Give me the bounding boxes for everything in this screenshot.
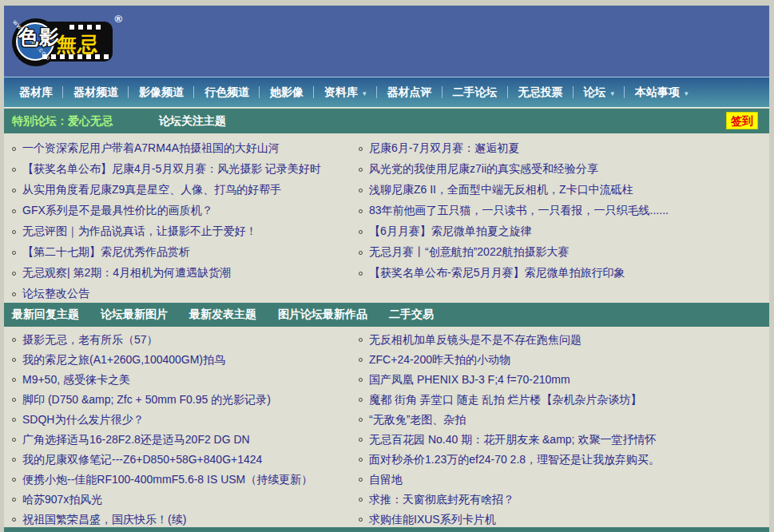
bullet-icon — [12, 251, 16, 255]
chevron-down-icon: ▾ — [685, 89, 689, 97]
latest-topics-left-column: 摄影无忌，老有所乐（57） 我的索尼之旅(A1+260G,100400GM)拍鸟… — [10, 330, 357, 527]
bullet-icon — [359, 272, 363, 276]
topic-row: 从实用角度看尼康Z9真是星空、人像、打鸟的好帮手 — [10, 180, 357, 200]
topic-link[interactable]: 摄影无忌，老有所乐（57） — [22, 333, 158, 347]
nav-item-label: 本站事项 — [635, 85, 680, 100]
topic-row: 求购佳能IXUS系列卡片机 — [357, 510, 769, 530]
topic-link[interactable]: 无忌评图｜为作品说真话，让摄影不止于爱好！ — [22, 224, 257, 239]
topic-link[interactable]: 面对秒杀价1.23万的ef24-70 2.8，理智还是让我放弃购买。 — [369, 453, 660, 467]
nav-item-travel-channel[interactable]: 行色频道 — [194, 77, 260, 107]
nav-item-label: 器材库 — [19, 85, 53, 100]
nav-item-secondhand-forum[interactable]: 二手论坛 — [443, 77, 508, 107]
bullet-icon — [12, 418, 16, 422]
topic-link[interactable]: 风光党的我使用尼康z7ii的真实感受和经验分享 — [369, 162, 598, 177]
topic-row: 【获奖名单公布-索尼5月月赛】索尼微单拍旅行印象 — [357, 263, 769, 284]
topic-link[interactable]: 哈苏907x拍风光 — [22, 493, 102, 507]
topic-link[interactable]: 从实用角度看尼康Z9真是星空、人像、打鸟的好帮手 — [22, 183, 281, 197]
topic-link[interactable]: 便携小炮--佳能RF100-400mmF5.6-8 IS USM（持续更新） — [22, 473, 312, 487]
bullet-icon — [359, 358, 363, 362]
bullet-icon — [359, 378, 363, 382]
nav-item-gear-review[interactable]: 器材点评 — [377, 77, 443, 107]
bullet-icon — [12, 438, 16, 442]
topic-row: 尼康6月-7月双月赛：邂逅初夏 — [357, 138, 769, 159]
topic-row: 83年前他画了五只猫，一只读书，一只看报，一只织毛线...... — [357, 200, 769, 221]
topic-link[interactable]: 【第二十七期】索尼优秀作品赏析 — [22, 245, 190, 260]
nav-item-label: 二手论坛 — [453, 85, 498, 100]
topic-row: 自留地 — [357, 470, 769, 490]
nav-item-label: 她影像 — [270, 85, 304, 100]
special-forum-link[interactable]: 特别论坛：爱心无忌 — [12, 114, 113, 129]
topic-row: 一个资深索尼用户带着A7RM4A拍摄祖国的大好山河 — [10, 138, 357, 159]
bullet-icon — [12, 458, 16, 462]
nav-item-data-library[interactable]: 资料库▾ — [314, 77, 377, 107]
topic-link[interactable]: 无忌观察| 第2期：4月相机为何遭遇缺货潮 — [22, 266, 231, 280]
nav-item-forum[interactable]: 论坛▾ — [574, 77, 625, 107]
bullet-icon — [12, 478, 16, 482]
topic-link[interactable]: GFX系列是不是最具性价比的画质机？ — [22, 204, 213, 218]
hot-topics-section: 一个资深索尼用户带着A7RM4A拍摄祖国的大好山河 【获奖名单公布】尼康4月-5… — [4, 133, 769, 303]
topic-link[interactable]: SDQH为什么发片很少？ — [22, 413, 144, 427]
topic-link[interactable]: 无反相机加单反镜头是不是不存在跑焦问题 — [369, 333, 581, 347]
topic-link[interactable]: 脚印 (D750 &amp; Zfc + 50mm F0.95 的光影记录) — [22, 393, 271, 407]
tab-latest-posts[interactable]: 最新发表主题 — [189, 308, 256, 322]
topic-row: 我的索尼之旅(A1+260G,100400GM)拍鸟 — [10, 350, 357, 370]
nav-item-polls[interactable]: 无忌投票 — [508, 77, 574, 107]
site-header: www.xitek.com 色影 無忌 ® — [4, 6, 769, 77]
topic-row: 无忌月赛丨“创意航拍”2022航拍摄影大赛 — [357, 242, 769, 263]
tab-latest-forum-images[interactable]: 论坛最新图片 — [101, 308, 168, 322]
topic-link[interactable]: 浅聊尼康Z6 II，全面型中端无反相机，Z卡口中流砥柱 — [369, 183, 633, 197]
bullet-icon — [12, 498, 16, 502]
sign-in-button[interactable]: 签到 — [726, 112, 758, 129]
tab-secondhand-trade[interactable]: 二手交易 — [389, 308, 434, 322]
topic-link[interactable]: 【获奖名单公布-索尼5月月赛】索尼微单拍旅行印象 — [369, 266, 625, 280]
topic-link[interactable]: 国产凤凰 PHENIX BJ-3 F;4 f=70-210mm — [369, 373, 570, 387]
topic-link[interactable]: “无敌兔”老图、杂拍 — [369, 413, 466, 427]
topic-link[interactable]: 无忌百花园 No.40 期：花开朋友来 &amp; 欢聚一堂抒情怀 — [369, 433, 656, 447]
bullet-icon — [359, 398, 363, 402]
topic-link[interactable]: 我的索尼之旅(A1+260G,100400GM)拍鸟 — [22, 353, 225, 367]
topic-link[interactable]: 一个资深索尼用户带着A7RM4A拍摄祖国的大好山河 — [22, 141, 280, 156]
bullet-icon — [12, 209, 16, 213]
tab-latest-replies[interactable]: 最新回复主题 — [12, 308, 79, 322]
topic-row: 求推：天窗彻底封死有啥招？ — [357, 490, 769, 510]
topic-link[interactable]: M9+50, 感受徕卡之美 — [22, 373, 130, 387]
topic-row: 面对秒杀价1.23万的ef24-70 2.8，理智还是让我放弃购买。 — [357, 450, 769, 470]
bullet-icon — [359, 478, 363, 482]
topic-link[interactable]: 无忌月赛丨“创意航拍”2022航拍摄影大赛 — [369, 245, 569, 260]
bullet-icon — [359, 438, 363, 442]
site-logo[interactable]: www.xitek.com 色影 無忌 ® — [12, 14, 122, 69]
topic-link[interactable]: 【6月月赛】索尼微单拍夏之旋律 — [369, 224, 532, 239]
nav-item-gear-channel[interactable]: 器材频道 — [63, 77, 129, 107]
topic-link[interactable]: 我的尼康双修笔记---Z6+D850+58G+840G+1424 — [22, 453, 262, 467]
bullet-icon — [359, 168, 363, 172]
topic-link[interactable]: 求推：天窗彻底封死有啥招？ — [369, 493, 514, 507]
latest-topics-right-column: 无反相机加单反镜头是不是不存在跑焦问题 ZFC+24-200昨天拍的小动物 国产… — [357, 330, 769, 527]
logo-text-seying: 色影 — [18, 24, 60, 50]
topic-link[interactable]: ZFC+24-200昨天拍的小动物 — [369, 353, 510, 367]
topic-link[interactable]: 尼康6月-7月双月赛：邂逅初夏 — [369, 141, 519, 156]
bullet-icon — [12, 378, 16, 382]
tab-latest-gallery-works[interactable]: 图片论坛最新作品 — [278, 308, 367, 322]
nav-item-site-matters[interactable]: 本站事项▾ — [625, 77, 699, 107]
topic-link[interactable]: 【获奖名单公布】尼康4月-5月双月赛：风光摄影 记录美好时 — [22, 162, 321, 177]
hot-topics-right-column: 尼康6月-7月双月赛：邂逅初夏 风光党的我使用尼康z7ii的真实感受和经验分享 … — [357, 138, 769, 303]
bullet-icon — [359, 230, 363, 234]
bullet-icon — [359, 147, 363, 151]
topic-row: GFX系列是不是最具性价比的画质机？ — [10, 200, 357, 221]
forum-focus-topics-link[interactable]: 论坛关注主题 — [159, 114, 226, 129]
nav-item-image-channel[interactable]: 影像频道 — [129, 77, 194, 107]
chevron-down-icon: ▾ — [611, 89, 615, 97]
topic-link[interactable]: 求购佳能IXUS系列卡片机 — [369, 513, 496, 527]
topic-link[interactable]: 83年前他画了五只猫，一只读书，一只看报，一只织毛线...... — [369, 204, 669, 218]
topic-link[interactable]: 论坛整改公告 — [22, 287, 89, 301]
topic-link[interactable]: 广角选择适马16-28F2.8还是适马20F2 DG DN — [22, 433, 250, 447]
chevron-down-icon: ▾ — [363, 89, 367, 97]
topic-link[interactable]: 魔都 街角 弄堂口 随走 乱拍 烂片楼【杂机杂片杂谈坊】 — [369, 393, 641, 407]
nav-item-her-image[interactable]: 她影像 — [260, 77, 314, 107]
topic-link[interactable]: 自留地 — [369, 473, 403, 487]
topic-row: M9+50, 感受徕卡之美 — [10, 370, 357, 390]
bullet-icon — [12, 272, 16, 276]
topic-link[interactable]: 祝祖国繁荣昌盛，国庆快乐！(续) — [22, 513, 186, 527]
nav-item-gear-library[interactable]: 器材库 — [9, 77, 63, 107]
bullet-icon — [12, 230, 16, 234]
